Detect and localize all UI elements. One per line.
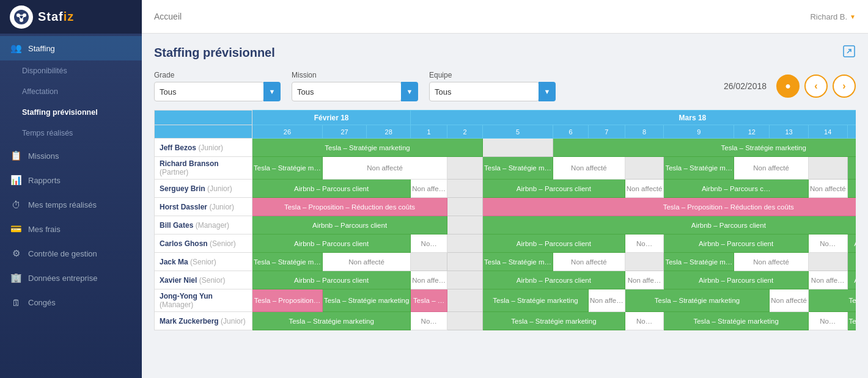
grid-cell[interactable]: Airbnb – Parcours client xyxy=(483,180,625,198)
grid-cell[interactable]: No… xyxy=(808,312,847,330)
grid-cell[interactable]: Non affecté xyxy=(734,253,809,271)
grid-cell[interactable]: Airbnb – Parcours client xyxy=(664,271,809,289)
grid-cell[interactable] xyxy=(447,216,483,234)
grid-cell[interactable]: Non affecté xyxy=(625,180,664,198)
grid-cell[interactable]: Non affe… xyxy=(411,271,447,289)
sidebar-item-staffing-prev[interactable]: Staffing prévisionnel xyxy=(0,102,142,123)
grid-cell[interactable]: Tesla – Stratégie m… xyxy=(664,253,734,271)
grid-cell[interactable]: Tesla – Stratégie marketing xyxy=(252,312,411,330)
grid-cell[interactable] xyxy=(625,253,664,271)
grid-cell[interactable]: Non affecté xyxy=(734,157,809,180)
grid-cell[interactable] xyxy=(411,253,447,271)
grid-cell[interactable]: Non affe… xyxy=(589,289,625,312)
grid-cell[interactable]: Tesla – Stratégie m… xyxy=(664,157,734,180)
mes-temps-icon: ⏱ xyxy=(10,198,22,211)
next-button[interactable]: › xyxy=(833,75,856,98)
grid-cell[interactable]: Tesla – Stratégie m… xyxy=(252,253,323,271)
sidebar-item-donnees[interactable]: 🏢 Données entreprise xyxy=(0,266,142,290)
grid-cell[interactable]: Non affecté xyxy=(553,253,625,271)
grid-cell[interactable]: No… xyxy=(808,234,847,253)
grid-cell[interactable] xyxy=(447,253,483,271)
grid-cell[interactable]: Airbnb – Parcours client xyxy=(664,234,809,253)
grid-cell[interactable]: Airbnb – Parcours client xyxy=(847,271,856,289)
grid-cell[interactable]: Tesla – Stratégie m… xyxy=(483,157,553,180)
breadcrumb: Accueil xyxy=(154,12,182,21)
sidebar-item-missions[interactable]: 📋 Missions xyxy=(0,144,142,168)
grid-cell[interactable]: Tesla – Proposition – Réduction des coût… xyxy=(252,198,447,216)
sidebar-item-donnees-label: Données entreprise xyxy=(28,274,97,283)
grid-cell[interactable]: Airbnb – Parcours client xyxy=(483,216,856,234)
equipe-dropdown-btn[interactable]: ▼ xyxy=(539,82,556,101)
grid-cell[interactable]: Tesla – Proposition… xyxy=(252,289,323,312)
grid-cell[interactable] xyxy=(447,180,483,198)
grid-cell[interactable]: Tesla – Stratégie marketing xyxy=(664,312,809,330)
sidebar-item-affectation[interactable]: Affectation xyxy=(0,81,142,102)
grade-select[interactable]: Tous xyxy=(154,82,264,101)
sidebar-item-controle[interactable]: ⚙ Contrôle de gestion xyxy=(0,241,142,266)
grid-cell[interactable]: Non affecté xyxy=(770,289,809,312)
grid-cell[interactable]: Non affecté xyxy=(322,253,410,271)
grid-cell[interactable]: Airbnb – Parcours client xyxy=(252,180,411,198)
grid-cell[interactable] xyxy=(447,234,483,253)
grid-cell[interactable]: Tesla – … xyxy=(411,289,447,312)
prev-button[interactable]: ‹ xyxy=(804,75,828,98)
table-row: Xavier Niel (Senior)Airbnb – Parcours cl… xyxy=(155,271,856,289)
grid-cell[interactable]: No… xyxy=(625,234,664,253)
mission-select[interactable]: Tous xyxy=(292,82,402,101)
grid-cell[interactable]: Airbnb – Parcours c… xyxy=(847,180,856,198)
grid-cell[interactable]: Airbnb – Parcours client xyxy=(483,234,625,253)
grid-cell[interactable] xyxy=(447,271,483,289)
grid-cell[interactable]: Tesla – Stratégie marketing xyxy=(483,312,625,330)
mission-dropdown-btn[interactable]: ▼ xyxy=(401,82,418,101)
grid-cell[interactable]: Airbnb – Parcours client xyxy=(483,271,625,289)
grid-cell[interactable] xyxy=(483,139,553,157)
grid-cell[interactable]: Non affe… xyxy=(411,180,447,198)
grid-cell[interactable]: Tesla – Proposition – Réduction des coût… xyxy=(483,198,856,216)
grid-cell[interactable]: Airbnb – Parcours client xyxy=(252,234,411,253)
sidebar-item-conges[interactable]: 🗓 Congés xyxy=(0,290,142,314)
grid-cell[interactable]: Tesla – Stratégie marketing xyxy=(625,289,770,312)
grid-cell[interactable] xyxy=(447,289,483,312)
sidebar-item-disponibilites[interactable]: Disponibilités xyxy=(0,60,142,81)
grid-cell[interactable] xyxy=(447,157,483,180)
grid-cell[interactable]: Airbnb – Parcours c… xyxy=(664,180,809,198)
grid-cell[interactable]: Tesla – Stratégie m… xyxy=(483,253,553,271)
grid-cell[interactable]: Airbnb – Parcours client xyxy=(252,216,447,234)
grade-dropdown-btn[interactable]: ▼ xyxy=(263,82,281,101)
grid-cell[interactable]: Tesla – Stratégie m… xyxy=(847,157,856,180)
grid-cell[interactable]: Airbnb – Parcours client xyxy=(847,234,856,253)
grid-cell[interactable] xyxy=(808,157,847,180)
grid-cell[interactable]: Tesla – Stratégie m… xyxy=(847,253,856,271)
sidebar-item-rapports[interactable]: 📊 Rapports xyxy=(0,168,142,192)
user-menu[interactable]: Richard B. ▼ xyxy=(810,12,856,21)
grid-cell[interactable]: Tesla – Stratégie marketing xyxy=(553,139,856,157)
grid-cell[interactable]: Tesla – Stratégie marketing xyxy=(322,289,410,312)
grid-cell[interactable]: No… xyxy=(411,312,447,330)
grid-cell[interactable]: Tesla – Stratégie marketing xyxy=(847,312,856,330)
grid-cell[interactable]: No… xyxy=(411,234,447,253)
sidebar-item-mes-frais[interactable]: 💳 Mes frais xyxy=(0,217,142,241)
grid-cell[interactable]: Non affe… xyxy=(808,271,847,289)
grid-cell[interactable]: Tesla – Stratégie marketing xyxy=(483,289,589,312)
today-button[interactable]: ● xyxy=(776,75,800,98)
grid-cell[interactable] xyxy=(447,198,483,216)
grid-cell[interactable]: Non affecté xyxy=(553,157,625,180)
grid-cell[interactable]: Non affecté xyxy=(808,180,847,198)
row-name-cell: Jack Ma (Senior) xyxy=(155,253,252,271)
grid-cell[interactable]: Non affe… xyxy=(625,271,664,289)
sidebar-item-mes-temps[interactable]: ⏱ Mes temps réalisés xyxy=(0,192,142,217)
grid-cell[interactable] xyxy=(808,253,847,271)
export-button[interactable] xyxy=(842,45,856,61)
sidebar-item-temps-realises[interactable]: Temps réalisés xyxy=(0,123,142,144)
grid-cell[interactable]: Non affecté xyxy=(322,157,447,180)
grid-cell[interactable]: Tesla – Stratégie marketing xyxy=(252,139,483,157)
grid-cell[interactable]: No… xyxy=(625,312,664,330)
equipe-select[interactable]: Tous xyxy=(429,82,539,101)
sidebar-item-staffing[interactable]: 👥 Staffing xyxy=(0,36,142,60)
grid-cell[interactable]: Tesla – Stratégie marketing xyxy=(808,289,856,312)
grid-cell[interactable] xyxy=(447,312,483,330)
grid-cell[interactable]: Airbnb – Parcours client xyxy=(252,271,411,289)
sidebar-navigation: 👥 Staffing Disponibilités Affectation St… xyxy=(0,34,142,378)
grid-cell[interactable] xyxy=(625,157,664,180)
grid-cell[interactable]: Tesla – Stratégie m… xyxy=(252,157,323,180)
